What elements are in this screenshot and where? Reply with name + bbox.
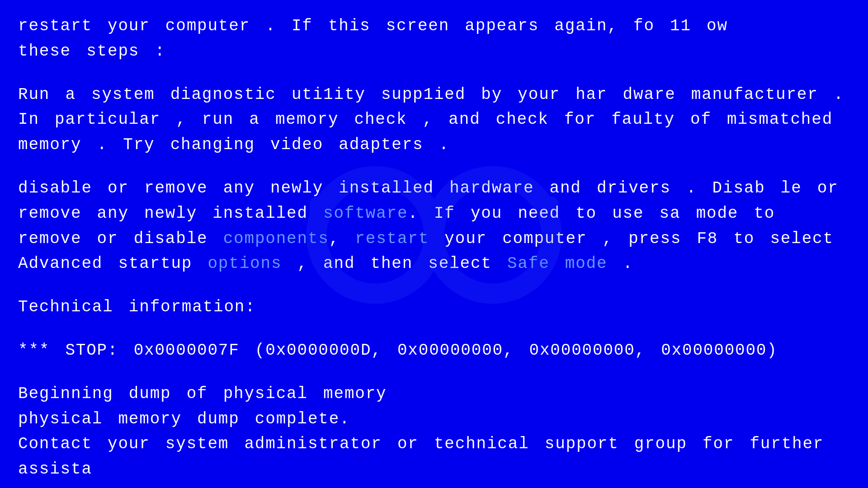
bsod-content: restart your computer . If this screen a… xyxy=(18,14,850,482)
line-video-adapters: memory . Try changing video adapters . xyxy=(18,132,850,158)
stop-code: *** STOP: 0x0000007F (0x0000000D, 0x0000… xyxy=(18,338,850,363)
tech-info-header: Technical information: xyxy=(18,295,850,320)
diagnostic-paragraph: Run a system diagnostic uti1ity supp1ied… xyxy=(18,82,850,158)
contact-line2: assista xyxy=(18,457,850,482)
contact-line1: Contact your system administrator or tec… xyxy=(18,432,850,457)
memory-dump-section: Beginning dump of physical memory physic… xyxy=(18,381,850,482)
dump-line1: Beginning dump of physical memory xyxy=(18,381,850,407)
line-advanced-startup: Advanced startup options , and then sele… xyxy=(18,251,850,277)
line-installed-software: remove any newly installed software. If … xyxy=(18,201,850,226)
bsod-screen: restart your computer . If this screen a… xyxy=(0,0,868,488)
line-disable-remove: disable or remove any newly installed ha… xyxy=(18,176,850,201)
line-remove-disable: remove or disable components, restart yo… xyxy=(18,226,850,252)
stop-code-section: *** STOP: 0x0000007F (0x0000000D, 0x0000… xyxy=(18,338,850,363)
line-memory-check: In particular , run a memory check , and… xyxy=(18,107,850,132)
line-restart: restart your computer . If this screen a… xyxy=(18,14,850,39)
line-these-steps: these steps : xyxy=(18,39,850,64)
disable-paragraph: disable or remove any newly installed ha… xyxy=(18,176,850,277)
dump-line2: physical memory dump complete. xyxy=(18,407,850,432)
intro-paragraph: restart your computer . If this screen a… xyxy=(18,14,850,64)
line-run-diagnostic: Run a system diagnostic uti1ity supp1ied… xyxy=(18,82,850,108)
tech-info-section: Technical information: xyxy=(18,295,850,320)
